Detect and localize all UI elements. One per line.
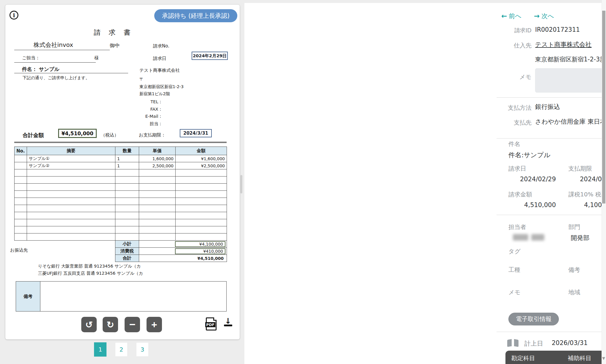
page-button-3[interactable]: 3: [136, 342, 149, 357]
pdf-fold: [213, 317, 217, 321]
pdf-label: PDF: [205, 322, 215, 327]
page-button-1[interactable]: 1: [94, 342, 106, 357]
payment-method-value: 銀行振込: [535, 103, 560, 111]
invoice-id-value: IR0020172311: [535, 26, 580, 33]
bank-line: りそな銀行 大阪営業部 普通 9123456 サンプル（カ: [38, 263, 141, 269]
work-type-label: 工種: [508, 266, 520, 274]
bank-line: 三菱UFJ銀行 五反田支店 普通 9123456 サンプル（カ: [38, 271, 143, 276]
invoice-title: 請 求 書: [5, 28, 222, 37]
item-row-empty: [15, 184, 227, 191]
department-value: 開発部: [571, 234, 589, 242]
seller-person-label: 担当：: [120, 121, 163, 127]
pdf-icon[interactable]: PDF: [206, 317, 217, 330]
tag-label: タグ: [508, 247, 521, 255]
invoice-totals-table: 小計 ¥4,100,000 消費税 ¥410,000 合計 ¥4,510,000: [115, 240, 227, 262]
due-date-value: 2024/03/31: [568, 176, 606, 183]
customer-name: 株式会社invox: [34, 41, 73, 49]
tax-value: ¥410,000: [175, 248, 225, 254]
person-in-charge-value-blurred: [513, 234, 547, 241]
supplier-link[interactable]: テスト商事株式会社: [535, 40, 591, 49]
region-label: 地域: [568, 288, 580, 296]
acct-col-subaccount-1: 補助科目: [568, 354, 591, 362]
billing-date-value: 2024/02/29: [508, 176, 556, 183]
zoom-in-button[interactable]: +: [147, 317, 162, 332]
arrow-right-icon: →: [534, 12, 540, 20]
attn-label: ご担当：: [22, 55, 40, 61]
tax-label: 消費税: [115, 248, 139, 255]
doc-subject: 件名： サンプル: [22, 66, 60, 73]
subtotal-label: 小計: [115, 241, 139, 248]
seller-tel-label: TEL：: [120, 99, 163, 105]
invoice-date-label: 請求日: [153, 56, 166, 61]
next-label: 次へ: [541, 12, 554, 20]
rotate-right-button[interactable]: ↻: [103, 317, 118, 332]
item-row-empty: [15, 177, 227, 184]
memo-label: メモ: [491, 73, 532, 81]
divider: [497, 332, 606, 332]
honorific: 御中: [110, 42, 120, 49]
page-button-2[interactable]: 2: [115, 342, 128, 357]
item-row: サンプル② 1 2,500,000 ¥2,500,000: [15, 162, 227, 169]
remarks-box: 備考: [16, 281, 227, 311]
item-row-empty: [15, 212, 227, 219]
memo-textarea[interactable]: [535, 68, 606, 93]
invoice-document: 請 求 書 株式会社invox 御中 請求No. ご担当： 様 請求日 2024…: [5, 5, 240, 339]
divider: [497, 215, 606, 215]
total-amount-box: ¥4,510,000: [58, 129, 97, 138]
greeting: 下記の通り、ご請求申し上げます。: [23, 75, 90, 81]
invoice-no-label: 請求No.: [153, 43, 169, 49]
person-in-charge-label: 担当者: [508, 223, 526, 231]
divider: [497, 97, 606, 98]
seller-postal: 〒: [139, 77, 144, 82]
taxable-10-value: 4,100,000: [568, 201, 606, 209]
arrow-left-icon: ←: [501, 12, 507, 20]
seller-fax-label: FAX：: [120, 107, 163, 112]
total-amount-label: 合計金額: [23, 132, 44, 139]
acct-col-account-1: 勘定科目: [511, 354, 535, 362]
journal-date-value: 2026/03/31: [552, 339, 588, 346]
panel-splitter-handle[interactable]: [240, 175, 242, 193]
col-unit-price: 単価: [139, 147, 176, 155]
item-row-empty: [15, 191, 227, 198]
col-qty: 数量: [115, 147, 139, 155]
billing-date-label: 請求日: [508, 165, 526, 173]
seller-name: テスト商事株式会社: [139, 68, 180, 73]
zoom-out-button[interactable]: −: [125, 317, 140, 332]
grand-total-label: 合計: [115, 255, 139, 262]
item-qty: 1: [115, 155, 139, 162]
prev-label: 前へ: [509, 12, 521, 20]
item-row-empty: [15, 205, 227, 212]
col-no: No.: [15, 147, 27, 155]
item-row-empty: [15, 226, 227, 233]
tax-row: 消費税 ¥410,000: [115, 248, 227, 255]
download-icon[interactable]: ↓: [223, 318, 233, 326]
grand-total-value: ¥4,510,000: [139, 255, 227, 262]
divider: [497, 138, 606, 139]
billing-amount-label: 請求金額: [508, 190, 532, 198]
rotate-left-button[interactable]: ↺: [81, 317, 97, 332]
subtotal-value: ¥4,100,000: [175, 241, 225, 247]
item-desc: サンプル①: [27, 155, 115, 162]
edi-info-button[interactable]: 電子取引情報: [508, 313, 559, 325]
accounting-table-header: 勘定科目 補助科目 税区分 勘定科目 補助科目 税区分 部門 金額 部門 金額: [505, 351, 606, 364]
scrollbar-thumb[interactable]: [602, 11, 605, 204]
invoice-id-label: 請求ID: [491, 27, 532, 34]
invoice-date-box: 2024年2月29日: [192, 52, 228, 60]
rule: [14, 62, 96, 63]
seller-email-label: E-Mail：: [120, 114, 163, 119]
billing-amount-value: 4,510,000: [508, 201, 556, 209]
scrollbar-down-arrow[interactable]: ▼: [602, 356, 605, 360]
double-rule: [14, 142, 227, 143]
next-button[interactable]: → 次へ: [534, 12, 554, 20]
supplier-address: 東京都新宿区新宿1-2-3新宿第1ビル2階: [535, 55, 606, 63]
item-qty: 1: [115, 162, 139, 169]
seller-address1: 東京都新宿区新宿1-2-3: [139, 84, 184, 90]
due-date-label: 支払期限: [568, 165, 592, 173]
item-amount: ¥1,600,000: [176, 155, 227, 162]
supplier-label: 仕入先: [491, 42, 532, 50]
remarks-box-label: 備考: [16, 282, 40, 311]
invoice-preview-card: i 承認待ち (経理上長承認) 請 求 書 株式会社invox 御中 請求No.…: [5, 5, 240, 339]
prev-button[interactable]: ← 前へ: [501, 12, 521, 20]
subtotal-row: 小計 ¥4,100,000: [115, 241, 227, 248]
journal-date-label: 計上日: [524, 339, 543, 348]
